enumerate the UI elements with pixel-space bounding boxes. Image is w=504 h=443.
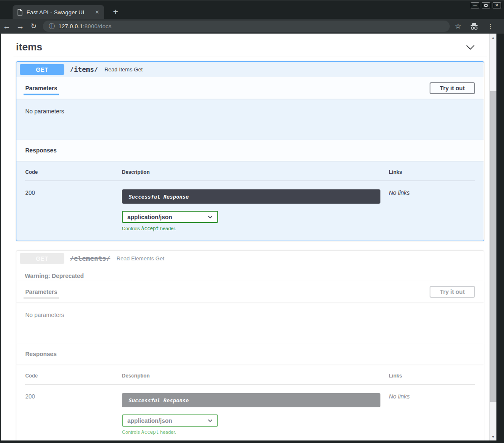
response-description: Successful Response — [129, 397, 189, 404]
operation-summary[interactable]: GET /elements/ Read Elements Get — [16, 251, 484, 266]
swagger-page: items GET /items/ Read Items Get Paramet… — [1, 34, 489, 440]
select-chevron-icon — [208, 215, 213, 219]
operation-summary-text: Read Items Get — [104, 66, 142, 73]
no-parameters-text: No parameters — [16, 99, 484, 140]
active-tab-underline — [24, 297, 59, 299]
try-it-out-button[interactable]: Try it out — [430, 82, 475, 94]
back-button[interactable]: ← — [0, 22, 13, 30]
tag-title: items — [16, 41, 42, 53]
maximize-icon — [484, 4, 488, 7]
forward-button[interactable]: → — [13, 22, 27, 30]
response-row: 200 Successful Response application/json — [25, 181, 475, 231]
titlebar: Fast API - Swagger UI ✕ + — ✕ — [0, 0, 504, 19]
responses-header: Responses — [16, 140, 484, 161]
operation-path: /items/ — [70, 66, 98, 73]
url-host: 127.0.0.1 — [58, 23, 83, 29]
browser-tab[interactable]: Fast API - Swagger UI ✕ — [13, 5, 104, 19]
responses-title: Responses — [25, 351, 57, 357]
accept-msg-post: header. — [159, 226, 177, 231]
response-links: No links — [389, 189, 475, 231]
operation-summary[interactable]: GET /items/ Read Items Get — [16, 62, 484, 77]
responses-title: Responses — [25, 147, 57, 154]
opblock-get-items: GET /items/ Read Items Get Parameters Tr… — [16, 61, 484, 241]
media-type-select[interactable]: application/json — [122, 414, 218, 427]
accept-msg-pre: Controls — [122, 226, 141, 231]
operation-path: /elements/ — [70, 254, 110, 262]
select-chevron-icon — [208, 419, 213, 422]
column-links: Links — [389, 169, 475, 175]
response-code: 200 — [25, 393, 122, 435]
address-bar[interactable]: ⓘ 127.0.0.1:8000/docs — [43, 21, 450, 32]
incognito-icon — [470, 23, 479, 30]
responses-table: Code Description Links 200 Successful Re… — [16, 364, 484, 440]
minimize-button[interactable]: — — [471, 3, 479, 8]
try-it-out-button[interactable]: Try it out — [430, 286, 475, 298]
parameters-title: Parameters — [25, 85, 57, 92]
browser-menu-icon[interactable]: ⋮ — [487, 23, 493, 30]
response-description-box: Successful Response — [122, 189, 380, 204]
column-code: Code — [25, 169, 122, 175]
browser-window: Fast API - Swagger UI ✕ + — ✕ ← → ↻ ⓘ 12… — [0, 0, 504, 443]
page-viewport: items GET /items/ Read Items Get Paramet… — [1, 34, 496, 440]
parameters-title: Parameters — [25, 288, 57, 295]
chevron-down-icon[interactable] — [466, 45, 475, 50]
deprecated-warning: Warning: Deprecated — [16, 266, 484, 281]
accept-header-message: Controls Accept header. — [122, 225, 389, 231]
media-type-value: application/json — [127, 214, 172, 220]
operation-summary-text: Read Elements Get — [116, 255, 164, 262]
window-close-button[interactable]: ✕ — [493, 3, 501, 8]
accept-msg-code: Accept — [141, 225, 159, 231]
responses-table-header: Code Description Links — [25, 169, 475, 181]
tag-header-items[interactable]: items — [13, 37, 487, 57]
scroll-up-icon[interactable]: ▲ — [490, 34, 496, 40]
maximize-button[interactable] — [482, 3, 490, 8]
tab-close-icon[interactable]: ✕ — [93, 8, 101, 16]
toolbar-right: ☆ ⋮ — [455, 22, 493, 31]
method-badge: GET — [20, 253, 64, 264]
scroll-down-icon[interactable]: ▼ — [490, 434, 496, 440]
reload-button[interactable]: ↻ — [27, 23, 40, 30]
response-description-cell: Successful Response application/json Con… — [122, 189, 389, 231]
page-favicon-icon — [17, 9, 23, 16]
accept-msg-pre: Controls — [122, 430, 141, 435]
browser-toolbar: ← → ↻ ⓘ 127.0.0.1:8000/docs ☆ ⋮ — [0, 19, 504, 34]
url-text: 127.0.0.1:8000/docs — [58, 23, 111, 29]
column-links: Links — [389, 373, 475, 379]
window-controls: — ✕ — [471, 3, 501, 8]
url-path: :8000/docs — [83, 23, 111, 29]
parameters-header: Parameters Try it out — [16, 281, 484, 302]
column-code: Code — [25, 373, 122, 379]
vertical-scrollbar[interactable]: ▲ ▼ — [489, 34, 496, 440]
responses-table: Code Description Links 200 Successful Re… — [16, 161, 484, 241]
accept-header-message: Controls Accept header. — [122, 429, 389, 435]
opblock-get-elements-deprecated: GET /elements/ Read Elements Get Warning… — [16, 250, 484, 440]
new-tab-button[interactable]: + — [110, 6, 121, 17]
column-description: Description — [122, 169, 389, 175]
tab-parameters[interactable]: Parameters — [25, 77, 57, 99]
response-links: No links — [389, 393, 475, 435]
column-description: Description — [122, 373, 389, 379]
bookmark-star-icon[interactable]: ☆ — [455, 22, 461, 31]
response-description: Successful Response — [129, 194, 189, 200]
method-badge: GET — [20, 64, 64, 75]
no-parameters-text: No parameters — [16, 302, 484, 343]
response-row: 200 Successful Response application/json — [25, 385, 475, 435]
response-description-box: Successful Response — [122, 393, 380, 407]
response-description-cell: Successful Response application/json Con… — [122, 393, 389, 435]
parameters-header: Parameters Try it out — [16, 77, 484, 99]
site-info-icon[interactable]: ⓘ — [49, 23, 55, 30]
active-tab-underline — [24, 94, 59, 95]
responses-header: Responses — [16, 343, 484, 364]
media-type-value: application/json — [127, 417, 172, 424]
media-type-select[interactable]: application/json — [122, 211, 218, 223]
accept-msg-code: Accept — [141, 429, 159, 435]
tab-parameters[interactable]: Parameters — [25, 281, 57, 302]
response-code: 200 — [25, 189, 122, 231]
scrollbar-thumb[interactable] — [490, 91, 496, 402]
tab-title: Fast API - Swagger UI — [26, 9, 93, 16]
accept-msg-post: header. — [159, 430, 177, 435]
responses-table-header: Code Description Links — [25, 373, 475, 385]
